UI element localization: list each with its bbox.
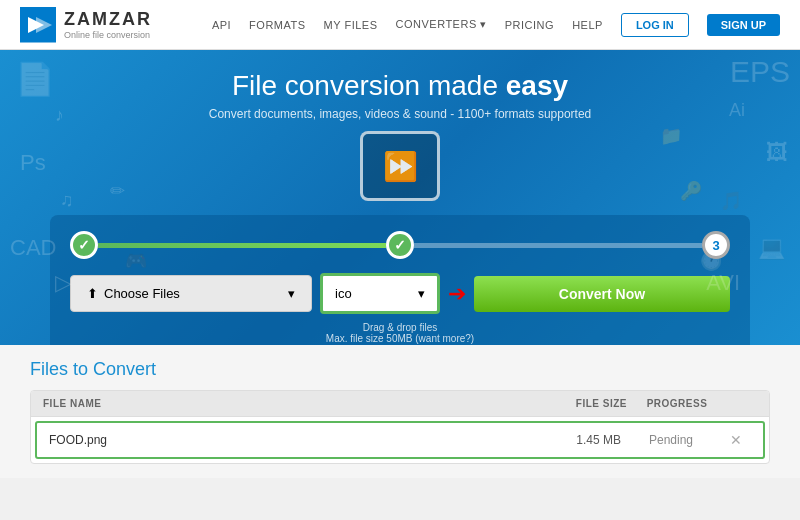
step-3-circle: 3 <box>702 231 730 259</box>
doodle-img: 🖼 <box>766 140 788 166</box>
doodle-music2: 🎵 <box>720 190 742 212</box>
nav-my-files[interactable]: MY FILES <box>324 19 378 31</box>
files-section: Files to Convert FILE NAME FILE SIZE PRO… <box>0 345 800 478</box>
drag-drop-text: Drag & drop files <box>363 322 437 333</box>
hero-title: File conversion made easy <box>20 70 780 102</box>
sub-info: Drag & drop files Max. file size 50MB (w… <box>70 322 730 345</box>
brand-name: ZAMZAR <box>64 9 152 30</box>
table-row: FOOD.png 1.45 MB Pending ✕ <box>35 421 765 459</box>
col-progress: PROGRESS <box>627 398 727 409</box>
arrow-icon: ➔ <box>448 281 466 307</box>
files-table: FILE NAME FILE SIZE PROGRESS FOOD.png 1.… <box>30 390 770 464</box>
format-select[interactable]: ico ▾ <box>320 273 440 314</box>
hero-subtitle: Convert documents, images, videos & soun… <box>20 107 780 121</box>
convert-now-button[interactable]: Convert Now <box>474 276 730 312</box>
login-button[interactable]: LOG IN <box>621 13 689 37</box>
col-file-size: FILE SIZE <box>547 398 627 409</box>
doodle-pencil: ✏ <box>110 180 125 202</box>
nav-converters[interactable]: CONVERTERS ▾ <box>396 18 487 31</box>
logo-area: ZAMZAR Online file conversion <box>20 7 152 43</box>
steps-row: ✓ ✓ 3 <box>70 231 730 259</box>
doodle-note: ♫ <box>60 190 74 211</box>
terms-link[interactable]: Terms <box>372 344 399 345</box>
doodle-ps: Ps <box>20 150 46 176</box>
files-title: Files to Convert <box>30 359 770 380</box>
play-button[interactable]: ⏩ <box>360 131 440 201</box>
nav-api[interactable]: API <box>212 19 231 31</box>
controls-row: ⬆ Choose Files ▾ ico ▾ ➔ Convert Now <box>70 273 730 314</box>
format-dropdown-icon: ▾ <box>418 286 425 301</box>
nav-formats[interactable]: FORMATS <box>249 19 305 31</box>
play-arrows-icon: ⏩ <box>383 150 418 183</box>
doodle-png: 📄 <box>15 60 55 98</box>
doodle-laptop: 💻 <box>758 235 785 261</box>
logo-text: ZAMZAR Online file conversion <box>64 9 152 40</box>
hero-section: 📄 ♪ Ps ♫ CAD ▷ EPS Ai 🖼 🎵 💻 AVI ✏ 🔑 🎮 📁 … <box>0 50 800 345</box>
format-value: ico <box>335 286 412 301</box>
email-label: Email when done? <box>426 344 508 345</box>
doodle-music: ♪ <box>55 105 64 126</box>
header: ZAMZAR Online file conversion API FORMAT… <box>0 0 800 50</box>
doodle-eps: EPS <box>730 55 790 89</box>
nav-help[interactable]: HELP <box>572 19 603 31</box>
step-2-circle: ✓ <box>386 231 414 259</box>
svg-marker-1 <box>36 17 52 33</box>
upload-icon: ⬆ <box>87 286 98 301</box>
file-name-cell: FOOD.png <box>49 433 541 447</box>
choose-files-label: Choose Files <box>104 286 180 301</box>
signup-button[interactable]: SIGN UP <box>707 14 780 36</box>
doodle-folder: 📁 <box>660 125 682 147</box>
remove-file-button[interactable]: ✕ <box>721 432 751 448</box>
doodle-cad: CAD <box>10 235 56 261</box>
col-file-name: FILE NAME <box>43 398 547 409</box>
doodle-key: 🔑 <box>680 180 702 202</box>
choose-dropdown-icon: ▾ <box>288 286 295 301</box>
max-size-text: Max. file size 50MB (want more?) <box>326 333 474 344</box>
step-line-2 <box>414 243 702 248</box>
logo-tagline: Online file conversion <box>64 30 152 40</box>
file-size-cell: 1.45 MB <box>541 433 621 447</box>
doodle-avi: AVI <box>706 270 740 296</box>
convert-terms-text: (And agree to our Terms ) <box>292 344 409 345</box>
step-line-1 <box>98 243 386 248</box>
zamzar-logo-icon <box>20 7 56 43</box>
file-progress-cell: Pending <box>621 433 721 447</box>
step-1-circle: ✓ <box>70 231 98 259</box>
doodle-ai: Ai <box>729 100 745 121</box>
choose-files-button[interactable]: ⬆ Choose Files ▾ <box>70 275 312 312</box>
email-checkbox[interactable]: ☐ <box>414 344 423 345</box>
main-nav: API FORMATS MY FILES CONVERTERS ▾ PRICIN… <box>212 13 780 37</box>
col-action <box>727 398 757 409</box>
nav-pricing[interactable]: PRICING <box>505 19 554 31</box>
converter-box: ✓ ✓ 3 ⬆ Choose Files ▾ ico ▾ ➔ Convert N… <box>50 215 750 345</box>
files-table-header: FILE NAME FILE SIZE PROGRESS <box>31 391 769 417</box>
doodle-play: ▷ <box>55 270 72 296</box>
